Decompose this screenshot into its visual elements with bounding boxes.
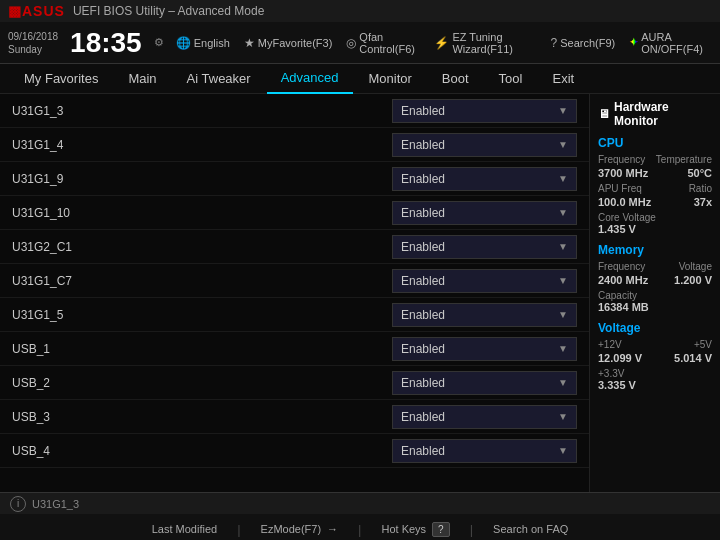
mem-freq-value: 2400 MHz	[598, 274, 648, 286]
chevron-down-icon: ▼	[558, 445, 568, 456]
mem-freq-row: Frequency Voltage	[598, 261, 712, 272]
asus-logo: ▩ASUS	[8, 3, 65, 19]
nav-item-ai-tweaker[interactable]: Ai Tweaker	[173, 64, 265, 94]
main-content: U31G1_3Enabled▼U31G1_4Enabled▼U31G1_9Ena…	[0, 94, 720, 492]
v12-label: +12V	[598, 339, 622, 350]
myfav-label: MyFavorite(F3)	[258, 37, 333, 49]
chevron-down-icon: ▼	[558, 139, 568, 150]
cpu-freq-row: Frequency Temperature	[598, 154, 712, 165]
chevron-down-icon: ▼	[558, 275, 568, 286]
footer-divider-2: |	[358, 522, 361, 537]
setting-dropdown[interactable]: Enabled▼	[392, 439, 577, 463]
date-bar: 09/16/2018 Sunday 18:35 ⚙ 🌐 English ★ My…	[0, 22, 720, 64]
table-row[interactable]: USB_3Enabled▼	[0, 400, 589, 434]
setting-label: U31G1_10	[12, 206, 392, 220]
ezmode-item[interactable]: EzMode(F7) →	[261, 523, 339, 535]
hotkeys-item[interactable]: Hot Keys ?	[381, 522, 449, 537]
apu-freq-label: APU Freq	[598, 183, 642, 194]
mem-volt-label: Voltage	[679, 261, 712, 272]
v5-label: +5V	[694, 339, 712, 350]
table-row[interactable]: U31G1_10Enabled▼	[0, 196, 589, 230]
nav-item-tool[interactable]: Tool	[485, 64, 537, 94]
footer-divider-1: |	[237, 522, 240, 537]
eztuning-btn[interactable]: ⚡ EZ Tuning Wizard(F11)	[434, 31, 536, 55]
nav-item-boot[interactable]: Boot	[428, 64, 483, 94]
ezmode-label: EzMode(F7)	[261, 523, 322, 535]
footer-divider-3: |	[470, 522, 473, 537]
setting-dropdown[interactable]: Enabled▼	[392, 269, 577, 293]
apu-values-row: 100.0 MHz 37x	[598, 196, 712, 210]
apu-freq-value: 100.0 MHz	[598, 196, 651, 208]
setting-dropdown[interactable]: Enabled▼	[392, 201, 577, 225]
settings-icon[interactable]: ⚙	[154, 36, 164, 49]
nav-item-advanced[interactable]: Advanced	[267, 64, 353, 94]
setting-label: U31G1_9	[12, 172, 392, 186]
qfan-label: Qfan Control(F6)	[359, 31, 420, 55]
setting-dropdown[interactable]: Enabled▼	[392, 167, 577, 191]
setting-dropdown[interactable]: Enabled▼	[392, 303, 577, 327]
nav-bar: My FavoritesMainAi TweakerAdvancedMonito…	[0, 64, 720, 94]
v33-value: 3.335 V	[598, 379, 712, 391]
setting-label: U31G2_C1	[12, 240, 392, 254]
chevron-down-icon: ▼	[558, 105, 568, 116]
table-row[interactable]: USB_2Enabled▼	[0, 366, 589, 400]
settings-panel: U31G1_3Enabled▼U31G1_4Enabled▼U31G1_9Ena…	[0, 94, 590, 492]
hotkeys-key: ?	[432, 522, 450, 537]
setting-label: USB_4	[12, 444, 392, 458]
table-row[interactable]: U31G1_3Enabled▼	[0, 94, 589, 128]
footer: Last Modified | EzMode(F7) → | Hot Keys …	[0, 514, 720, 540]
setting-dropdown[interactable]: Enabled▼	[392, 99, 577, 123]
ratio-label: Ratio	[689, 183, 712, 194]
setting-dropdown[interactable]: Enabled▼	[392, 337, 577, 361]
search-icon: ?	[551, 36, 558, 50]
date-text: 09/16/2018	[8, 30, 58, 43]
hw-monitor-title: 🖥 Hardware Monitor	[598, 100, 712, 128]
setting-dropdown[interactable]: Enabled▼	[392, 133, 577, 157]
table-row[interactable]: USB_4Enabled▼	[0, 434, 589, 468]
table-row[interactable]: USB_1Enabled▼	[0, 332, 589, 366]
core-voltage-value: 1.435 V	[598, 223, 712, 235]
cpu-freq-value-row: 3700 MHz 50°C	[598, 167, 712, 181]
memory-section-title: Memory	[598, 243, 712, 257]
setting-label: USB_2	[12, 376, 392, 390]
aura-label: AURA ON/OFF(F4)	[641, 31, 712, 55]
v33-label: +3.3V	[598, 368, 712, 379]
v12-values-row: 12.099 V 5.014 V	[598, 352, 712, 366]
bottom-bar: i U31G1_3	[0, 492, 720, 514]
core-voltage-label: Core Voltage	[598, 212, 712, 223]
last-modified-label: Last Modified	[152, 523, 217, 535]
setting-dropdown[interactable]: Enabled▼	[392, 371, 577, 395]
monitor-icon: 🖥	[598, 107, 610, 121]
time-display: 18:35	[70, 27, 142, 59]
table-row[interactable]: U31G1_9Enabled▼	[0, 162, 589, 196]
nav-item-my-favorites[interactable]: My Favorites	[10, 64, 112, 94]
table-row[interactable]: U31G1_C7Enabled▼	[0, 264, 589, 298]
setting-label: U31G1_3	[12, 104, 392, 118]
mem-volt-value: 1.200 V	[674, 274, 712, 286]
aura-btn[interactable]: ✦ AURA ON/OFF(F4)	[629, 31, 712, 55]
mem-freq-label: Frequency	[598, 261, 645, 272]
voltage-section-title: Voltage	[598, 321, 712, 335]
nav-item-exit[interactable]: Exit	[538, 64, 588, 94]
search-faq-item[interactable]: Search on FAQ	[493, 523, 568, 535]
table-row[interactable]: U31G1_4Enabled▼	[0, 128, 589, 162]
footer-actions: Last Modified | EzMode(F7) → | Hot Keys …	[152, 522, 569, 537]
table-row[interactable]: U31G1_5Enabled▼	[0, 298, 589, 332]
nav-item-main[interactable]: Main	[114, 64, 170, 94]
chevron-down-icon: ▼	[558, 241, 568, 252]
chevron-down-icon: ▼	[558, 309, 568, 320]
setting-dropdown[interactable]: Enabled▼	[392, 235, 577, 259]
qfan-btn[interactable]: ◎ Qfan Control(F6)	[346, 31, 420, 55]
search-label: Search(F9)	[560, 37, 615, 49]
nav-item-monitor[interactable]: Monitor	[355, 64, 426, 94]
myfavorite-btn[interactable]: ★ MyFavorite(F3)	[244, 36, 333, 50]
setting-label: USB_3	[12, 410, 392, 424]
search-btn[interactable]: ? Search(F9)	[551, 36, 616, 50]
chevron-down-icon: ▼	[558, 207, 568, 218]
v12-value: 12.099 V	[598, 352, 642, 364]
v12-row: +12V +5V	[598, 339, 712, 350]
language-selector[interactable]: 🌐 English	[176, 36, 230, 50]
chevron-down-icon: ▼	[558, 343, 568, 354]
table-row[interactable]: U31G2_C1Enabled▼	[0, 230, 589, 264]
setting-dropdown[interactable]: Enabled▼	[392, 405, 577, 429]
